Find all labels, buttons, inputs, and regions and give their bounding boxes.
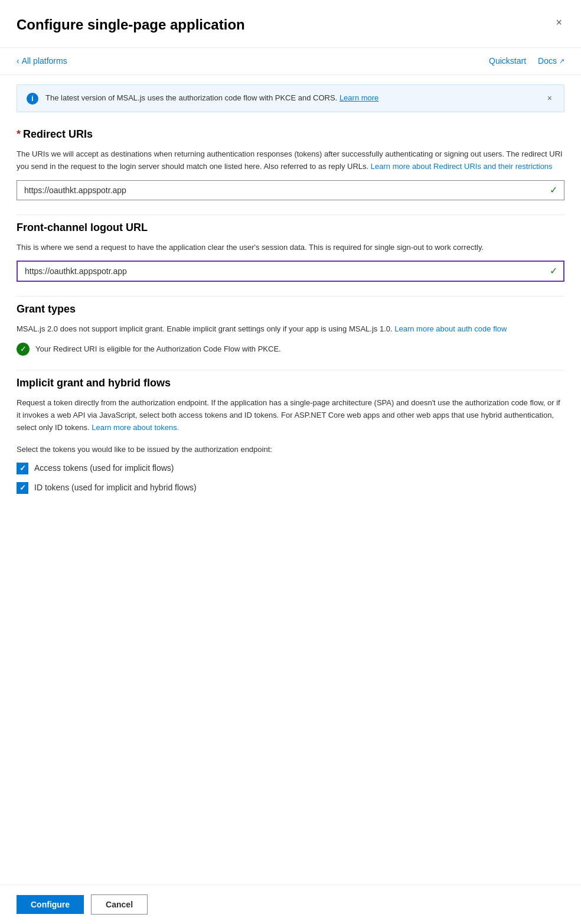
access-tokens-checkmark: ✓: [19, 463, 26, 474]
eligible-check-icon: ✓: [17, 343, 30, 356]
panel-title: Configure single-page application: [17, 14, 245, 35]
external-link-icon: ↗: [559, 56, 564, 66]
panel-close-button[interactable]: ×: [553, 14, 564, 31]
docs-label: Docs: [538, 55, 557, 67]
id-tokens-label: ID tokens (used for implicit and hybrid …: [34, 481, 197, 494]
redirect-uris-learn-more-link[interactable]: Learn more about Redirect URIs and their…: [371, 162, 553, 171]
implicit-grant-title: Implicit grant and hybrid flows: [17, 375, 564, 391]
section-divider-3: [17, 370, 564, 370]
redirect-uris-section: *Redirect URIs The URIs we will accept a…: [17, 126, 564, 200]
id-tokens-checkbox-item: ✓ ID tokens (used for implicit and hybri…: [17, 481, 564, 494]
info-learn-more-link[interactable]: Learn more: [340, 93, 378, 102]
quickstart-link[interactable]: Quickstart: [489, 55, 526, 67]
nav-bar: ‹ All platforms Quickstart Docs ↗: [0, 48, 581, 75]
panel-header: Configure single-page application ×: [0, 0, 581, 48]
front-channel-section: Front-channel logout URL This is where w…: [17, 220, 564, 282]
redirect-uri-input-wrapper: ✓: [17, 180, 564, 200]
front-channel-check-icon: ✓: [550, 264, 557, 278]
eligible-text: Your Redirect URI is eligible for the Au…: [35, 343, 281, 355]
access-tokens-label: Access tokens (used for implicit flows): [34, 462, 174, 474]
chevron-left-icon: ‹: [17, 55, 19, 67]
main-content: *Redirect URIs The URIs we will accept a…: [0, 122, 581, 924]
auth-code-flow-link[interactable]: Learn more about auth code flow: [394, 324, 507, 333]
footer: Configure Cancel: [0, 884, 581, 924]
docs-link[interactable]: Docs ↗: [538, 55, 564, 67]
required-star: *: [17, 128, 21, 140]
front-channel-input-wrapper: ✓: [17, 261, 564, 282]
implicit-grant-section: Implicit grant and hybrid flows Request …: [17, 375, 564, 494]
info-banner: i The latest version of MSAL.js uses the…: [17, 84, 564, 112]
id-tokens-checkmark: ✓: [19, 482, 26, 494]
grant-types-title: Grant types: [17, 301, 564, 317]
back-link-label: All platforms: [22, 55, 67, 67]
id-tokens-checkbox[interactable]: ✓: [17, 482, 28, 494]
nav-links: Quickstart Docs ↗: [489, 55, 564, 67]
quickstart-label: Quickstart: [489, 55, 526, 67]
back-link[interactable]: ‹ All platforms: [17, 55, 67, 67]
redirect-uri-input[interactable]: [17, 180, 564, 200]
front-channel-input[interactable]: [17, 261, 564, 282]
front-channel-description: This is where we send a request to have …: [17, 242, 564, 254]
front-channel-title: Front-channel logout URL: [17, 220, 564, 236]
cancel-button[interactable]: Cancel: [91, 894, 148, 915]
redirect-uri-check-icon: ✓: [550, 183, 557, 197]
access-tokens-checkbox[interactable]: ✓: [17, 463, 28, 474]
section-divider-1: [17, 214, 564, 215]
implicit-grant-description: Request a token directly from the author…: [17, 397, 564, 434]
info-icon: i: [27, 93, 38, 105]
grant-types-section: Grant types MSAL.js 2.0 does not support…: [17, 301, 564, 356]
info-banner-text: The latest version of MSAL.js uses the a…: [45, 93, 337, 102]
banner-close-button[interactable]: ×: [545, 92, 554, 104]
configure-panel: Configure single-page application × ‹ Al…: [0, 0, 581, 924]
section-divider-2: [17, 296, 564, 297]
access-tokens-checkbox-item: ✓ Access tokens (used for implicit flows…: [17, 462, 564, 474]
select-tokens-label: Select the tokens you would like to be i…: [17, 444, 564, 456]
info-text: The latest version of MSAL.js uses the a…: [45, 92, 545, 104]
redirect-uris-title: *Redirect URIs: [17, 126, 564, 142]
tokens-learn-more-link[interactable]: Learn more about tokens.: [92, 423, 179, 432]
grant-types-description: MSAL.js 2.0 does not support implicit gr…: [17, 323, 564, 336]
eligible-badge: ✓ Your Redirect URI is eligible for the …: [17, 343, 564, 356]
redirect-uris-description: The URIs we will accept as destinations …: [17, 148, 564, 173]
configure-button[interactable]: Configure: [17, 895, 84, 914]
